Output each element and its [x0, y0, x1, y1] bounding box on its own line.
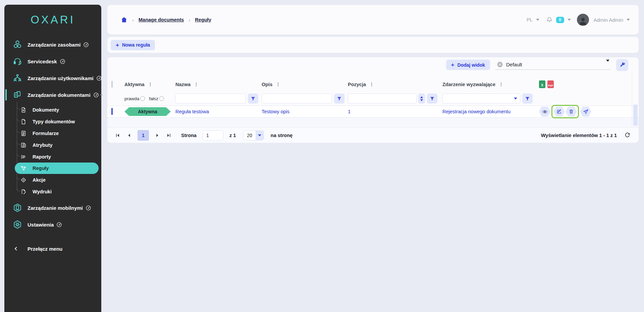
new-rule-button[interactable]: + Nowa reguła	[111, 40, 155, 50]
collapse-menu-button[interactable]: Przełącz menu	[4, 240, 101, 257]
sidebar-item-label: Wydruki	[33, 189, 52, 194]
rule-name-cell[interactable]: Reguła testowa	[175, 109, 209, 114]
page-number-input[interactable]	[203, 130, 223, 140]
select-all-checkbox[interactable]	[111, 81, 113, 88]
actions-bar: + Nowa reguła	[107, 37, 639, 53]
zdarzenie-filter-funnel-button[interactable]	[522, 93, 533, 104]
breadcrumb-link-manage-documents[interactable]: Manage documents	[139, 17, 184, 22]
document-type-icon	[20, 118, 27, 125]
page-size-select[interactable]: 20	[243, 130, 264, 140]
plus-icon: +	[451, 62, 454, 68]
sidebar-item-dokumenty[interactable]: Dokumenty	[4, 104, 101, 116]
sidebar-item-users[interactable]: Zarządzanie użytkownikami	[4, 70, 101, 86]
current-page-button[interactable]: 1	[138, 130, 149, 141]
home-icon[interactable]	[121, 16, 127, 23]
gauge-badge-icon	[60, 59, 65, 64]
document-icon	[20, 107, 27, 113]
sidebar-item-akcje[interactable]: Akcje	[4, 174, 101, 186]
column-menu-icon[interactable]	[148, 82, 153, 87]
user-name[interactable]: Admin Admin	[594, 17, 623, 23]
toggle-menu-label: Przełącz menu	[28, 246, 62, 252]
sidebar-item-label: Zarządzanie dokumentami	[28, 92, 91, 98]
sidebar-item-label: Ustawienia	[28, 222, 54, 228]
next-page-button[interactable]	[153, 131, 162, 140]
export-excel-icon[interactable]: X	[539, 80, 545, 88]
sidebar-item-documents[interactable]: Zarządzanie dokumentami	[4, 86, 101, 103]
zdarzenie-filter-select[interactable]	[442, 93, 520, 104]
form-icon	[20, 130, 27, 137]
opis-filter-input[interactable]	[262, 93, 332, 104]
column-header-aktywna: Aktywna	[124, 82, 145, 87]
org-users-icon	[13, 74, 22, 82]
chevron-down-icon	[256, 130, 264, 140]
opis-filter-funnel-button[interactable]	[334, 93, 344, 104]
notifications-bell-icon[interactable]	[546, 16, 553, 23]
per-page-label: na stronę	[271, 133, 292, 138]
first-page-button[interactable]	[113, 131, 122, 140]
active-section-indicator	[5, 89, 7, 101]
send-row-button[interactable]	[580, 107, 591, 117]
breadcrumb-link-reguly[interactable]: Reguły	[195, 17, 211, 22]
column-menu-icon[interactable]	[276, 82, 280, 87]
attribute-icon	[20, 142, 27, 148]
radio-false-label: fałsz	[149, 96, 158, 101]
export-buttons: X PDF	[539, 80, 554, 88]
export-pdf-icon[interactable]: PDF	[547, 80, 554, 88]
chevron-down-icon[interactable]	[536, 19, 539, 21]
view-selected-label: Default	[506, 62, 522, 67]
highlight-annotation-box	[551, 105, 579, 118]
gauge-badge-icon	[93, 92, 99, 98]
rule-trigger-cell[interactable]: Rejestracja nowego dokumentu	[442, 109, 511, 114]
sidebar-item-label: Zarządzanie zasobami	[28, 42, 80, 48]
language-selector[interactable]: PL	[527, 17, 533, 22]
radio-true[interactable]	[140, 96, 145, 101]
column-menu-icon[interactable]	[499, 82, 503, 87]
pozycja-filter-input[interactable]	[348, 93, 417, 104]
nazwa-filter-input[interactable]	[175, 93, 246, 104]
refresh-button[interactable]	[624, 132, 631, 138]
add-view-button[interactable]: + Dodaj widok	[446, 60, 490, 70]
edit-row-button[interactable]	[553, 107, 565, 117]
row-checkbox[interactable]	[111, 108, 113, 115]
column-menu-icon[interactable]	[194, 82, 199, 87]
user-avatar[interactable]	[577, 14, 589, 26]
breadcrumb: › Manage documents › Reguły	[121, 16, 211, 23]
chevron-down-icon	[514, 98, 517, 100]
sidebar-item-mobile[interactable]: Zarządzanie mobilnymi	[4, 199, 101, 216]
settings-hexagon-icon	[13, 220, 22, 229]
sidebar: OXARI Zarządzanie zasobami Servicedesk	[4, 5, 101, 312]
column-menu-icon[interactable]	[369, 82, 374, 87]
sidebar-item-atrybuty[interactable]: Atrybuty	[4, 139, 101, 151]
sidebar-item-reguly[interactable]: Reguły	[15, 163, 99, 174]
sidebar-item-label: Atrybuty	[33, 142, 53, 148]
sidebar-item-servicedesk[interactable]: Servicedesk	[4, 53, 101, 70]
chevron-down-icon[interactable]	[627, 19, 630, 21]
table-settings-wrench-button[interactable]	[616, 59, 628, 71]
table-scrollbar[interactable]	[632, 72, 639, 126]
pozycja-filter-funnel-button[interactable]	[427, 93, 437, 104]
table-row[interactable]: Aktywna Reguła testowa Testowy opis 1 Re…	[107, 106, 639, 118]
rule-description-cell[interactable]: Testowy opis	[262, 109, 289, 114]
sidebar-item-formularze[interactable]: Formularze	[4, 127, 101, 139]
sidebar-item-settings[interactable]: Ustawienia	[4, 216, 101, 233]
scrollbar-thumb[interactable]	[633, 105, 638, 126]
previous-page-button[interactable]	[125, 131, 133, 140]
hexagon-cluster-icon	[13, 40, 22, 49]
sidebar-item-typy-dokumentow[interactable]: Typy dokumentów	[4, 116, 101, 127]
nazwa-filter-funnel-button[interactable]	[248, 93, 258, 104]
notifications-count-badge[interactable]: 0	[556, 17, 564, 23]
sidebar-item-wydruki[interactable]: Wydruki	[4, 186, 101, 197]
view-selector-dropdown[interactable]: Default	[495, 60, 611, 70]
sidebar-item-resources[interactable]: Zarządzanie zasobami	[4, 36, 101, 53]
radio-false[interactable]	[159, 96, 164, 101]
top-header: › Manage documents › Reguły PL 0 Admin A…	[107, 5, 639, 35]
pozycja-stepper[interactable]	[418, 93, 425, 104]
view-row-button[interactable]	[539, 107, 550, 117]
page-of-label: z 1	[229, 133, 236, 138]
sidebar-item-raporty[interactable]: Raporty	[4, 151, 101, 163]
chevron-down-icon[interactable]	[568, 19, 571, 21]
rule-position-cell[interactable]: 1	[348, 109, 351, 114]
last-page-button[interactable]	[164, 131, 173, 140]
sidebar-item-label: Akcje	[33, 177, 46, 183]
delete-row-button[interactable]	[566, 107, 577, 117]
